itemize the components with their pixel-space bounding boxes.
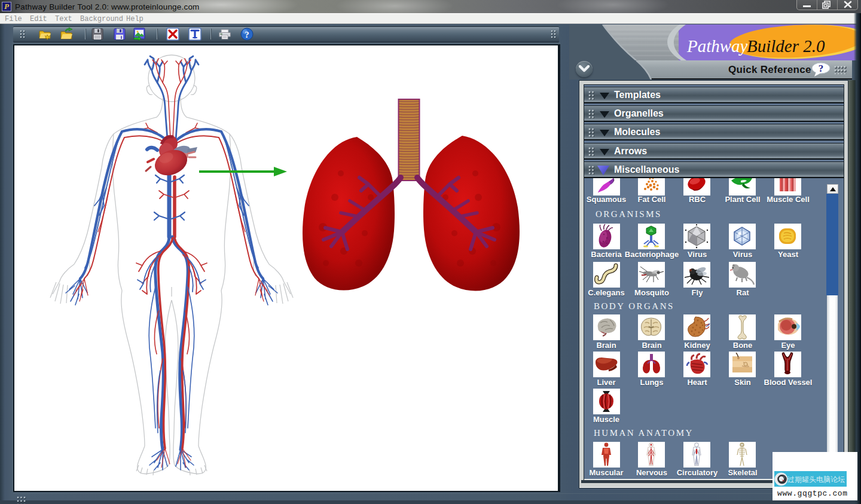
svg-text:Builder 2.0: Builder 2.0 (747, 36, 825, 56)
svg-text:?: ? (819, 63, 824, 74)
svg-text:?: ? (245, 30, 249, 39)
svg-text:Pathway: Pathway (686, 36, 748, 56)
